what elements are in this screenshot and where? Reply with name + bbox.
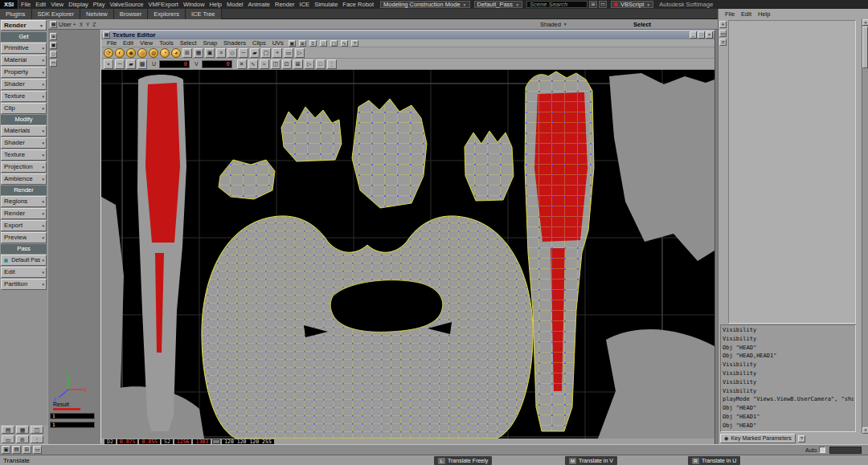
scroll-up-icon[interactable]: ▲ xyxy=(862,19,868,26)
panel-toggle-icon[interactable]: ▭ xyxy=(2,435,14,443)
autokey-checkbox[interactable] xyxy=(819,447,825,453)
view-layout-icon[interactable]: ⊞ xyxy=(50,33,57,40)
menu-item[interactable]: Play xyxy=(91,0,108,9)
grid-toggle-icon[interactable]: ⊞ xyxy=(299,40,306,47)
texture-editor-titlebar[interactable]: ▦ Texture Editor _ □ × xyxy=(101,31,714,39)
show-edges-icon[interactable]: ─ xyxy=(239,48,248,58)
panel-menu-icon[interactable]: ≡ xyxy=(719,39,727,46)
menu-item[interactable]: Animate xyxy=(245,0,272,9)
menu-item[interactable]: Render xyxy=(272,0,297,9)
scroll-down-icon[interactable]: ▼ xyxy=(862,427,868,434)
menu-item[interactable]: File xyxy=(18,0,33,9)
help-button[interactable]: ? xyxy=(798,435,805,443)
sidebar-button[interactable]: Shader▾ xyxy=(1,79,47,90)
pass-dropdown[interactable]: Default_Pass▼ xyxy=(474,1,523,8)
sidebar-button[interactable]: Partition▾ xyxy=(1,279,47,290)
play-icon[interactable]: ▷ xyxy=(305,59,314,69)
sidebar-button[interactable]: Regions▾ xyxy=(1,196,47,207)
island-mode-icon[interactable]: ▢ xyxy=(330,40,338,47)
menu-item[interactable]: Clips xyxy=(249,39,269,47)
camera-icon[interactable]: ▦ xyxy=(50,21,57,28)
sidebar-button[interactable]: Edit▾ xyxy=(1,267,47,278)
sidebar-button[interactable]: Texture▾ xyxy=(1,91,47,102)
display-options-icon[interactable]: ≡ xyxy=(309,40,317,47)
uv-canvas[interactable] xyxy=(101,70,714,438)
help-icon[interactable]: ? xyxy=(351,40,358,47)
snap-grid-icon[interactable]: ⊞ xyxy=(182,48,192,58)
point-select-icon[interactable]: ▪ xyxy=(104,59,113,69)
island-select-icon[interactable]: ▩ xyxy=(137,59,147,69)
sidebar-button[interactable]: Ambience▾ xyxy=(1,173,47,185)
menu-item[interactable]: Shaders xyxy=(220,39,249,47)
menu-item[interactable]: View xyxy=(137,39,156,47)
sidebar-button[interactable]: Preview▾ xyxy=(1,232,47,243)
xsi-logo[interactable]: XSI xyxy=(0,0,18,9)
clamp-display-icon[interactable]: ◕ xyxy=(171,48,181,58)
menu-item[interactable]: Face Robot xyxy=(340,0,376,9)
polygon-select-icon[interactable]: ▰ xyxy=(126,59,136,69)
toolbar-tab[interactable]: Netview xyxy=(80,9,114,19)
menu-item[interactable]: Edit xyxy=(120,39,137,47)
menu-item[interactable]: Model xyxy=(224,0,245,9)
toolbar-tab[interactable]: Explorers xyxy=(148,9,186,19)
script-editing-area[interactable] xyxy=(728,20,856,324)
menu-item[interactable]: Edit xyxy=(738,10,755,18)
v-value-field[interactable]: 0 xyxy=(202,60,232,68)
toolbar-tab[interactable]: ICE Tree xyxy=(186,9,222,19)
texture-display-icon[interactable]: ◉ xyxy=(126,48,136,58)
lock-icon[interactable]: ▣ xyxy=(2,446,10,454)
sew-uv-icon[interactable]: ∿ xyxy=(248,59,258,69)
scrollbar-thumb[interactable] xyxy=(862,27,868,68)
lock-uv-icon[interactable]: ▣ xyxy=(289,40,296,47)
sidebar-button[interactable]: Texture▾ xyxy=(1,149,47,161)
timeline-end-field[interactable]: 1 xyxy=(50,422,95,428)
menu-item[interactable]: Help xyxy=(755,10,773,18)
sidebar-button[interactable]: Material▾ xyxy=(1,55,47,66)
u-value-field[interactable]: 0 xyxy=(159,60,190,68)
menu-item[interactable]: File xyxy=(722,10,738,18)
view-lock-icon[interactable]: ▣ xyxy=(50,42,57,49)
autokey-control[interactable]: Auto xyxy=(805,447,825,453)
module-selector[interactable]: Render▼ xyxy=(1,20,47,31)
show-polygons-icon[interactable]: ▰ xyxy=(250,48,260,58)
cycle-uv-set-icon[interactable]: ▷ xyxy=(295,48,305,58)
layouts-icon[interactable]: ⊞ xyxy=(589,1,597,8)
menu-item[interactable]: ICE xyxy=(297,0,313,9)
menu-item[interactable]: VMFExport xyxy=(145,0,181,9)
close-button[interactable]: × xyxy=(706,31,713,39)
mirror-uv-icon[interactable]: ◫ xyxy=(271,59,280,69)
script-language-dropdown[interactable]: VBScript▼ xyxy=(611,1,653,8)
menu-item[interactable]: View xyxy=(48,0,66,9)
show-points-icon[interactable]: ◇ xyxy=(227,48,237,58)
window-icon[interactable]: ▭ xyxy=(33,446,42,454)
menu-item[interactable]: Window xyxy=(181,0,207,9)
toolbar-tab[interactable]: SDK Explorer xyxy=(32,9,80,19)
view-frame-icon[interactable]: ▭ xyxy=(50,59,57,67)
menu-item[interactable]: Edit xyxy=(33,0,48,9)
sidebar-button[interactable]: Render▾ xyxy=(1,208,47,219)
sidebar-button[interactable]: Projection▾ xyxy=(1,161,47,173)
menu-item[interactable]: UVs xyxy=(269,39,287,47)
sidebar-button[interactable]: Shader▾ xyxy=(1,137,47,149)
pivot-icon[interactable]: ◇ xyxy=(320,40,327,47)
sidebar-button[interactable]: Materials▾ xyxy=(1,125,47,137)
checker-icon[interactable]: ∿ xyxy=(341,40,348,47)
menu-item[interactable]: Display xyxy=(66,0,91,9)
uv-stats-icon[interactable]: ≡ xyxy=(216,48,226,58)
maximize-button[interactable]: □ xyxy=(698,31,705,39)
z-axis-toggle[interactable]: Z xyxy=(92,22,96,27)
display-mode-dropdown[interactable]: Shaded▼ xyxy=(540,21,567,28)
menu-item[interactable]: File xyxy=(104,39,120,47)
refresh-view-icon[interactable]: ⟳ xyxy=(104,48,113,58)
toolbar-tab[interactable]: Browser xyxy=(114,9,149,19)
more-icon[interactable]: ⋮ xyxy=(31,435,43,443)
layout-b-icon[interactable]: ▦ xyxy=(16,426,29,434)
more-options-icon[interactable]: ⋮ xyxy=(327,59,337,69)
tab-icon[interactable]: ▭ xyxy=(719,30,727,37)
menu-item[interactable]: ValveSource xyxy=(107,0,145,9)
x-axis-toggle[interactable]: X xyxy=(80,22,83,27)
menu-item[interactable]: Select xyxy=(177,39,200,47)
key-marked-parameters-button[interactable]: ◆ Key Marked Parameters xyxy=(720,434,796,443)
layout-c-icon[interactable]: ◫ xyxy=(31,426,43,434)
script-log-area[interactable]: VisibilityVisibilityObj "HEAD"Obj "HEAD,… xyxy=(720,324,856,432)
